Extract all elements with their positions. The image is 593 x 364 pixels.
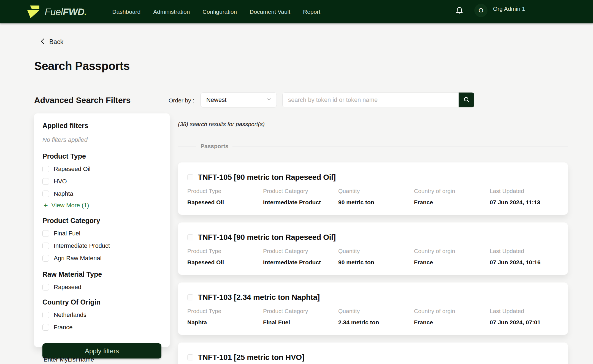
field-value-country: France	[414, 199, 490, 206]
card-fields: Product TypeNaphta Product CategoryFinal…	[187, 308, 560, 326]
passport-card[interactable]: TNFT-105 [90 metric ton Rapeseed Oil] Pr…	[178, 162, 568, 215]
order-by-selected-value: Newest	[206, 96, 226, 104]
passport-card-title: TNFT-105 [90 metric ton Rapeseed Oil]	[198, 173, 336, 182]
filter-section-country-of-origin: Country Of Origin	[42, 298, 161, 306]
filter-option-naphta[interactable]: Naphta	[42, 191, 161, 197]
field-label: Country of orgin	[414, 248, 490, 254]
filter-section-product-category: Product Category	[42, 217, 161, 225]
order-by-label: Order by :	[169, 97, 194, 104]
checkbox[interactable]	[42, 191, 49, 197]
nav-administration[interactable]: Administration	[153, 9, 190, 15]
checkbox[interactable]	[42, 312, 49, 318]
search-button[interactable]	[459, 93, 474, 107]
passport-card-title: TNFT-101 [25 metric ton HVO]	[198, 353, 304, 362]
chevron-left-icon	[40, 38, 45, 46]
passports-group-divider: Passports	[178, 143, 568, 150]
applied-filters-title: Applied filters	[42, 122, 161, 130]
filter-option-france[interactable]: France	[42, 324, 161, 331]
field-label: Product Type	[187, 248, 263, 254]
field-label: Last Updated	[490, 188, 560, 194]
field-value-quantity: 2.34 metric ton	[338, 319, 414, 326]
user-name: Org Admin 1	[493, 6, 525, 12]
filter-option-label: Rapeseed Oil	[54, 165, 90, 173]
field-value-country: France	[414, 319, 490, 326]
field-label: Product Category	[263, 248, 338, 254]
filter-section-raw-material-type: Raw Material Type	[42, 270, 161, 278]
checkbox[interactable]	[42, 230, 49, 237]
filter-option-intermediate-product[interactable]: Intermediate Product	[42, 243, 161, 249]
divider-line	[232, 146, 568, 146]
card-fields: Product TypeRapeseed Oil Product Categor…	[187, 188, 560, 206]
filter-option-agri-raw-material[interactable]: Agri Raw Material	[42, 255, 161, 262]
view-more-label: View More (1)	[52, 202, 89, 209]
field-value-product-type: Rapeseed Oil	[187, 199, 263, 206]
filter-option-rapeseed[interactable]: Rapeseed	[42, 284, 161, 290]
passport-card[interactable]: TNFT-101 [25 metric ton HVO]	[178, 343, 568, 364]
filter-option-label: Intermediate Product	[54, 242, 110, 249]
field-label: Last Updated	[490, 308, 560, 314]
divider-line	[178, 146, 196, 146]
app-header: FuelFWD. Dashboard Administration Config…	[0, 0, 593, 23]
filter-option-label: France	[54, 324, 72, 331]
field-value-quantity: 90 metric ton	[338, 199, 414, 206]
nav-dashboard[interactable]: Dashboard	[112, 9, 141, 15]
checkbox[interactable]	[42, 284, 49, 290]
nav-configuration[interactable]: Configuration	[202, 9, 237, 15]
passports-group-label: Passports	[201, 143, 229, 150]
field-label: Country of orgin	[414, 188, 490, 194]
order-by-select[interactable]: Newest	[201, 93, 277, 107]
field-label: Country of orgin	[414, 308, 490, 314]
filter-option-rapeseed-oil[interactable]: Rapeseed Oil	[42, 166, 161, 172]
checkbox[interactable]	[42, 243, 49, 249]
field-value-country: France	[414, 259, 490, 266]
field-value-product-type: Naphta	[187, 319, 263, 326]
card-checkbox[interactable]	[187, 174, 193, 180]
filter-option-label: HVO	[54, 178, 67, 185]
nav-document-vault[interactable]: Document Vault	[250, 9, 290, 15]
mylist-name-label: Enter MyList name	[44, 356, 94, 363]
filter-option-label: Rapeseed	[54, 284, 81, 291]
nav-report[interactable]: Report	[303, 9, 320, 15]
field-label: Last Updated	[490, 248, 560, 254]
brand-name: FuelFWD.	[45, 6, 87, 17]
field-label: Product Type	[187, 188, 263, 194]
card-checkbox[interactable]	[187, 354, 193, 360]
filter-option-label: Naphta	[54, 190, 73, 197]
checkbox[interactable]	[42, 255, 49, 262]
field-label: Quantity	[338, 308, 414, 314]
checkbox[interactable]	[42, 178, 49, 185]
brand-logo[interactable]: FuelFWD.	[27, 5, 87, 18]
plus-icon: +	[44, 202, 48, 209]
field-label: Quantity	[338, 188, 414, 194]
filter-option-final-fuel[interactable]: Final Fuel	[42, 230, 161, 237]
user-avatar[interactable]: O	[474, 4, 488, 17]
filter-section-product-type: Product Type	[42, 152, 161, 160]
view-more-link[interactable]: + View More (1)	[44, 202, 161, 209]
card-checkbox[interactable]	[187, 234, 193, 240]
passport-card[interactable]: TNFT-104 [90 metric ton Rapeseed Oil] Pr…	[178, 222, 568, 275]
filter-option-netherlands[interactable]: Netherlands	[42, 312, 161, 318]
back-label: Back	[49, 38, 63, 46]
field-label: Product Category	[263, 308, 338, 314]
passport-card[interactable]: TNFT-103 [2.34 metric ton Naphta] Produc…	[178, 282, 568, 335]
checkbox[interactable]	[42, 166, 49, 172]
results-count: (38) search results for passport(s)	[178, 121, 265, 127]
back-button[interactable]: Back	[40, 38, 63, 46]
field-value-product-category: Intermediate Product	[263, 259, 338, 266]
checkbox[interactable]	[42, 324, 49, 331]
card-checkbox[interactable]	[187, 294, 193, 300]
advanced-search-filters-title: Advanced Search Filters	[34, 96, 131, 105]
filters-panel: Applied filters No filters applied Produ…	[34, 113, 170, 347]
field-value-product-category: Intermediate Product	[263, 199, 338, 206]
field-value-last-updated: 07 Jun 2024, 07:01	[490, 319, 560, 326]
chevron-down-icon	[266, 96, 272, 104]
search-input[interactable]	[282, 93, 459, 107]
field-value-product-type: Rapeseed Oil	[187, 259, 263, 266]
filter-option-hvo[interactable]: HVO	[42, 178, 161, 185]
passport-card-title: TNFT-104 [90 metric ton Rapeseed Oil]	[198, 233, 336, 242]
notification-bell-icon[interactable]	[455, 6, 464, 17]
field-value-quantity: 90 metric ton	[338, 259, 414, 266]
filter-option-label: Agri Raw Material	[54, 255, 102, 262]
field-label: Quantity	[338, 248, 414, 254]
field-value-last-updated: 07 Jun 2024, 11:13	[490, 199, 560, 206]
